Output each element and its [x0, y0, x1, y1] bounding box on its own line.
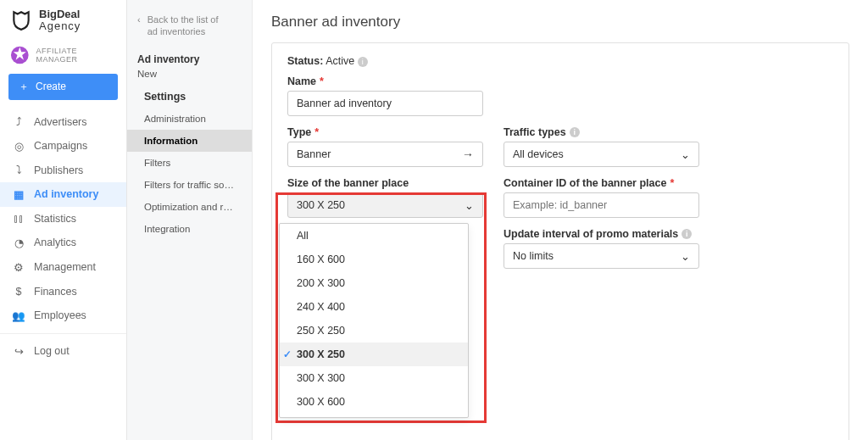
- settings-panel: Status: Active i Name* Type* Banner → Tr…: [271, 42, 849, 440]
- subnav-sub: New: [127, 67, 252, 86]
- nav-analytics[interactable]: ◔Analytics: [0, 231, 126, 255]
- main-sidebar: BigDeal Agency AFFILIATE MANAGER ＋ Creat…: [0, 0, 127, 440]
- settings-administration[interactable]: Administration: [127, 108, 252, 130]
- target-icon: ◎: [12, 140, 25, 153]
- settings-filters-traffic[interactable]: Filters for traffic sour...: [127, 174, 252, 196]
- settings-section-title: Settings: [127, 86, 252, 108]
- nav-advertisers[interactable]: ⤴Advertisers: [0, 110, 126, 134]
- size-value: 300 X 250: [297, 199, 345, 211]
- size-option[interactable]: 200 X 300: [280, 271, 468, 295]
- size-option[interactable]: 300 X 300: [280, 366, 468, 390]
- size-option-label: 250 X 250: [297, 325, 345, 337]
- name-label: Name*: [287, 75, 833, 87]
- nav-label: Finances: [34, 286, 77, 298]
- chevron-down-icon: ⌄: [681, 148, 690, 161]
- settings-information[interactable]: Information: [127, 130, 252, 152]
- brand-line1: BigDeal: [39, 8, 81, 20]
- nav-management[interactable]: ⚙Management: [0, 255, 126, 280]
- size-option-label: 240 X 400: [297, 301, 345, 313]
- settings-integration[interactable]: Integration: [127, 218, 252, 240]
- info-icon[interactable]: i: [570, 127, 580, 137]
- nav-label: Campaigns: [34, 140, 87, 152]
- update-label: Update interval of promo materials i: [504, 228, 699, 240]
- type-label-text: Type: [287, 126, 311, 138]
- check-icon: ✓: [283, 348, 292, 360]
- size-option[interactable]: All: [280, 224, 468, 248]
- size-select[interactable]: 300 X 250 ⌄: [287, 192, 483, 218]
- nav-finances[interactable]: $Finances: [0, 280, 126, 304]
- nav-campaigns[interactable]: ◎Campaigns: [0, 134, 126, 159]
- nav-publishers[interactable]: ⤵Publishers: [0, 159, 126, 182]
- nav-label: Advertisers: [34, 116, 87, 128]
- nav-label: Statistics: [34, 213, 76, 225]
- role-label: AFFILIATE MANAGER: [36, 47, 116, 64]
- type-select[interactable]: Banner →: [287, 142, 483, 167]
- status-value: Active: [326, 55, 354, 67]
- container-label-text: Container ID of the banner place: [504, 177, 666, 189]
- chevron-down-icon: ⌄: [465, 199, 474, 212]
- settings-optimization[interactable]: Optimization and rules: [127, 196, 252, 218]
- size-option[interactable]: 240 X 400: [280, 295, 468, 319]
- dollar-icon: $: [12, 286, 25, 298]
- name-input[interactable]: [287, 91, 483, 116]
- type-label: Type*: [287, 126, 483, 138]
- info-icon[interactable]: i: [358, 57, 368, 67]
- size-option-label: 300 X 250: [297, 348, 345, 360]
- size-option-list[interactable]: All160 X 600200 X 300240 X 400250 X 250✓…: [280, 224, 468, 417]
- container-input[interactable]: [504, 192, 699, 218]
- secondary-sidebar: ‹ Back to the list of ad inventories Ad …: [127, 0, 253, 440]
- update-select[interactable]: No limits ⌄: [504, 243, 699, 269]
- size-option-label: All: [297, 230, 309, 242]
- bars-icon: ⫿⫿: [12, 213, 25, 225]
- back-link[interactable]: ‹ Back to the list of ad inventories: [127, 8, 252, 48]
- status-row: Status: Active i: [287, 55, 833, 67]
- nav-ad-inventory[interactable]: ▦Ad inventory: [0, 182, 126, 207]
- size-option[interactable]: 250 X 250: [280, 319, 468, 343]
- nav-label: Ad inventory: [34, 188, 98, 200]
- traffic-label-text: Traffic types: [504, 126, 566, 138]
- size-option-label: 200 X 300: [297, 277, 345, 289]
- size-option-label: 300 X 600: [297, 396, 345, 408]
- plus-icon: ＋: [19, 80, 29, 94]
- role-block: AFFILIATE MANAGER: [0, 42, 126, 74]
- size-option[interactable]: ✓300 X 250: [280, 343, 468, 366]
- update-value: No limits: [513, 250, 554, 262]
- required-icon: *: [320, 75, 324, 87]
- create-button[interactable]: ＋ Create: [8, 74, 118, 100]
- size-label: Size of the banner place: [287, 177, 483, 189]
- gear-icon: ⚙: [12, 261, 25, 274]
- size-dropdown: All160 X 600200 X 300240 X 400250 X 250✓…: [279, 223, 469, 418]
- nav-label: Publishers: [34, 164, 83, 176]
- avatar-icon: [10, 45, 30, 65]
- nav-label: Employees: [34, 309, 86, 321]
- settings-filters[interactable]: Filters: [127, 152, 252, 174]
- page-title: Banner ad inventory: [271, 0, 849, 42]
- container-label: Container ID of the banner place*: [504, 177, 699, 189]
- subnav-group: Ad inventory: [127, 48, 252, 67]
- back-line2: ad inventories: [147, 26, 206, 36]
- update-label-text: Update interval of promo materials: [504, 228, 678, 240]
- brand-logo: BigDeal Agency: [0, 0, 126, 42]
- people-icon: 👥: [12, 309, 25, 322]
- size-option[interactable]: 320 X 100: [280, 414, 468, 417]
- info-icon[interactable]: i: [682, 229, 692, 239]
- pie-icon: ◔: [12, 237, 25, 249]
- traffic-value: All devices: [513, 148, 564, 160]
- chevron-left-icon: ‹: [137, 14, 141, 38]
- brand-line2: Agency: [39, 20, 81, 32]
- required-icon: *: [670, 177, 674, 189]
- nav-logout[interactable]: ↪Log out: [0, 339, 126, 364]
- logout-icon: ↪: [12, 345, 25, 358]
- nav-separator: [0, 333, 126, 334]
- arrow-right-icon: →: [462, 148, 474, 161]
- nav-statistics[interactable]: ⫿⫿Statistics: [0, 207, 126, 231]
- traffic-select[interactable]: All devices ⌄: [504, 142, 699, 167]
- size-option[interactable]: 160 X 600: [280, 248, 468, 271]
- nav-label: Log out: [34, 345, 70, 357]
- size-option[interactable]: 300 X 600: [280, 390, 468, 414]
- upload-icon: ⤴: [12, 116, 25, 128]
- name-label-text: Name: [287, 75, 316, 87]
- nav-employees[interactable]: 👥Employees: [0, 304, 126, 328]
- main-content: Banner ad inventory Status: Active i Nam…: [253, 0, 868, 440]
- back-text: Back to the list of ad inventories: [147, 14, 219, 38]
